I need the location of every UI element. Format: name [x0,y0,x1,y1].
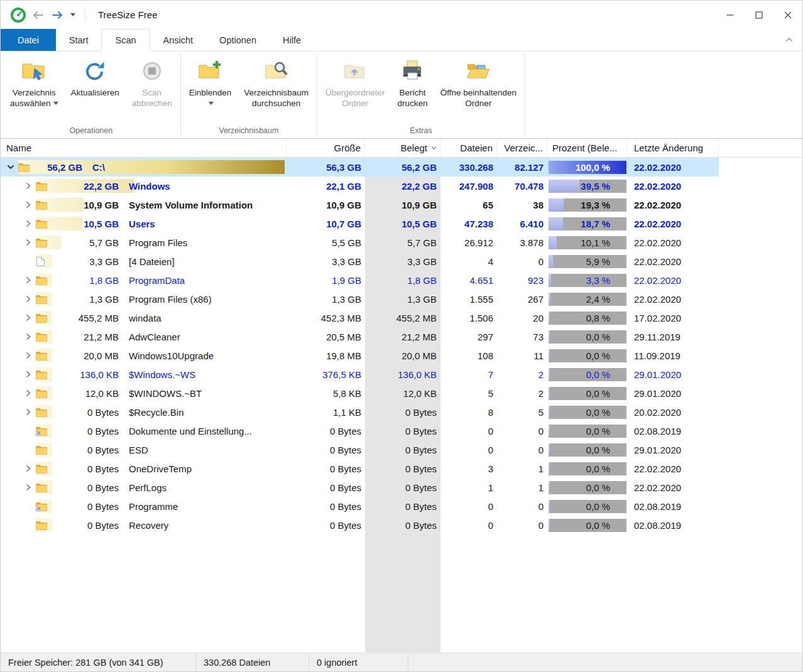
row-prozent-cell: 0,0 % [547,403,628,421]
row-prozent-cell: 100,0 % [547,158,628,176]
table-row[interactable]: 0 Bytes PerfLogs 0 Bytes 0 Bytes 1 1 0,0… [1,478,719,497]
einblenden-button[interactable]: Einblenden [183,53,238,122]
expand-chevron-icon[interactable] [21,482,36,492]
column-header-prozent[interactable]: Prozent (Bele... [547,139,628,157]
tab-optionen[interactable]: Optionen [206,29,270,51]
row-datum: 17.02.2020 [628,308,719,327]
table-row[interactable]: 0 Bytes Recovery 0 Bytes 0 Bytes 0 0 0,0… [1,516,719,534]
folder-icon [36,351,50,360]
table-row[interactable]: 21,2 MB AdwCleaner 20,5 MB 21,2 MB 297 7… [1,327,719,346]
table-row[interactable]: 1,3 GB Program Files (x86) 1,3 GB 1,3 GB… [1,290,719,308]
expand-chevron-icon[interactable] [21,388,36,398]
table-row[interactable]: 455,2 MB windata 452,3 MB 455,2 MB 1.506… [1,308,719,327]
expand-chevron-icon[interactable] [21,237,36,247]
row-name: Windows [129,181,170,192]
collapse-ribbon-icon[interactable] [785,35,794,45]
name-cell: 136,0 KB $Windows.~WS [1,365,287,384]
column-header-dateien[interactable]: Dateien [440,139,497,157]
table-row[interactable]: 0 Bytes $Recycle.Bin 1,1 KB 0 Bytes 8 5 … [1,403,719,421]
table-row[interactable]: 0 Bytes ESD 0 Bytes 0 Bytes 0 0 0,0 % 29… [1,440,719,459]
column-header-verzeichnisse[interactable]: Verzeic... [497,139,547,157]
expand-chevron-icon[interactable] [21,200,36,210]
table-row[interactable]: 20,0 MB Windows10Upgrade 19,8 MB 20,0 MB… [1,346,719,365]
row-name: Dokumente und Einstellung... [129,426,252,436]
row-prozent-cell: 0,0 % [547,421,628,440]
expand-chevron-icon[interactable] [21,294,36,304]
table-row[interactable]: 1,8 GB ProgramData 1,9 GB 1,8 GB 4.651 9… [1,271,719,290]
percent-bar: 0,0 % [549,443,626,457]
window-controls [716,1,802,29]
table-row[interactable]: 10,5 GB Users 10,7 GB 10,5 GB 47.238 6.4… [1,214,719,233]
row-prozent: 0,0 % [586,462,610,475]
bericht-drucken-button[interactable]: Bericht drucken [392,53,434,122]
column-header-name[interactable]: Name [1,139,287,157]
row-size: 20,0 MB [50,350,119,361]
table-row[interactable]: 12,0 KB $WINDOWS.~BT 5,8 KB 12,0 KB 5 2 … [1,384,719,403]
forward-button-icon[interactable] [50,8,65,23]
row-name: System Volume Information [129,200,253,210]
uebergeordneter-ordner-button[interactable]: Übergeordneter Ordner [320,53,391,122]
oeffne-beinhaltenden-ordner-button[interactable]: Öffne beinhaltenden Ordner [435,53,522,122]
table-row[interactable]: 22,2 GB Windows 22,1 GB 22,2 GB 247.908 … [1,176,719,195]
expand-chevron-icon[interactable] [21,369,36,379]
refresh-icon [82,57,107,85]
column-header-groesse[interactable]: Größe [287,139,365,157]
tab-hilfe[interactable]: Hilfe [270,29,314,51]
expand-chevron-icon[interactable] [21,313,36,323]
row-prozent: 100,0 % [576,161,610,174]
row-dateien: 4.651 [440,271,497,290]
folder-add-icon [197,57,222,85]
row-prozent: 0,0 % [586,330,610,344]
verzeichnisbaum-durchsuchen-button[interactable]: Verzeichnisbaum durchsuchen [238,53,314,122]
aktualisieren-button[interactable]: Aktualisieren [65,53,125,122]
status-ignored: 0 ignoriert [309,653,408,671]
table-row[interactable]: 3,3 GB [4 Dateien] 3,3 GB 3,3 GB 4 0 5,9… [1,252,719,271]
row-dateien: 26.912 [440,233,497,252]
name-cell: 0 Bytes ESD [1,440,287,459]
percent-bar: 0,0 % [549,425,626,438]
table-row[interactable]: 136,0 KB $Windows.~WS 376,5 KB 136,0 KB … [1,365,719,384]
row-verzeichnisse: 1 [497,459,547,478]
table-row[interactable]: 0 Bytes Dokumente und Einstellung... 0 B… [1,421,719,440]
row-verzeichnisse: 0 [497,516,547,534]
row-belegt: 0 Bytes [365,440,440,459]
expand-chevron-icon[interactable] [21,181,36,191]
row-dateien: 108 [440,346,497,365]
verzeichnis-auswaehlen-button[interactable]: Verzeichnis auswählen [4,53,64,122]
tab-start[interactable]: Start [56,29,102,51]
expand-chevron-icon[interactable] [21,407,36,417]
expand-chevron-icon[interactable] [21,332,36,342]
table-row[interactable]: 0 Bytes OneDriveTemp 0 Bytes 0 Bytes 3 1… [1,459,719,478]
table-row[interactable]: 0 Bytes Programme 0 Bytes 0 Bytes 0 0 0,… [1,497,719,516]
tab-scan[interactable]: Scan [101,29,150,51]
back-button-icon[interactable] [31,8,46,23]
expand-chevron-icon[interactable] [21,275,36,285]
table-row[interactable]: 56,2 GB C:\ 56,3 GB 56,2 GB 330.268 82.1… [1,158,719,176]
row-verzeichnisse: 11 [497,346,547,365]
expand-chevron-icon[interactable] [21,350,36,360]
row-verzeichnisse: 923 [497,271,547,290]
row-name: AdwCleaner [129,332,180,342]
tab-ansicht[interactable]: Ansicht [150,29,207,51]
column-header-belegt[interactable]: Belegt [365,139,440,157]
column-header-letzte-aenderung[interactable]: Letzte Änderung [628,139,719,157]
table-row[interactable]: 10,9 GB System Volume Information 10,9 G… [1,195,719,214]
expand-chevron-icon[interactable] [21,463,36,474]
name-cell: 21,2 MB AdwCleaner [1,327,287,346]
qat-dropdown-icon[interactable] [68,9,77,21]
expand-chevron-icon[interactable] [3,162,18,172]
close-button[interactable] [773,1,802,29]
folder-icon [36,370,50,379]
minimize-button[interactable] [716,1,745,29]
scan-abbrechen-button[interactable]: Scan abbrechen [126,53,178,122]
expand-chevron-icon[interactable] [21,219,36,229]
folder-icon [36,464,50,474]
row-name: PerfLogs [129,482,167,493]
maximize-button[interactable] [745,1,773,29]
percent-bar-fill [549,406,550,419]
row-groesse: 1,3 GB [287,290,365,308]
table-row[interactable]: 5,7 GB Program Files 5,5 GB 5,7 GB 26.91… [1,233,719,252]
tab-datei[interactable]: Datei [1,29,56,51]
folder-icon [36,445,50,455]
row-verzeichnisse: 6.410 [497,214,547,233]
